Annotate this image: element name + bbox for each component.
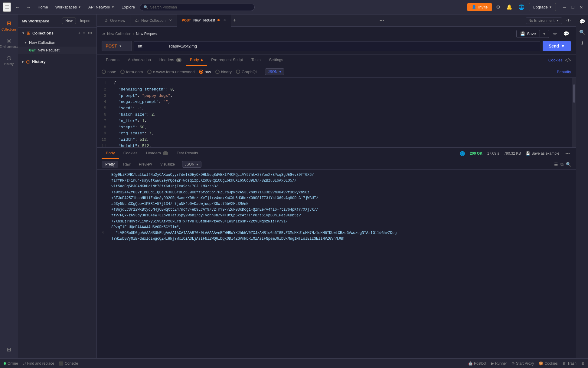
- find-replace-btn[interactable]: ⇄ Find and replace: [23, 361, 54, 366]
- copy-icon-btn[interactable]: ⧉: [560, 162, 564, 167]
- radio-urlencoded[interactable]: x-www-form-urlencoded: [147, 70, 195, 74]
- search-bar[interactable]: 🔍 Search Postman: [140, 4, 255, 11]
- response-status-bar: 🌐 200 OK 17.09 s 790.32 KB 💾 Save as exa…: [460, 151, 571, 156]
- comment-icon-btn[interactable]: 💬: [561, 30, 571, 38]
- explore-link[interactable]: Explore: [119, 4, 137, 11]
- new-btn[interactable]: New: [62, 18, 76, 24]
- invite-btn[interactable]: 👤 Invite: [467, 3, 492, 11]
- req-tab-authorization[interactable]: Authorization: [124, 54, 155, 66]
- response-body[interactable]: BQy9biRDMK/LalkwlfNu2yCAKwuCyyrfdwIBDEyO…: [97, 170, 576, 358]
- scrollbar-track[interactable]: [572, 78, 576, 147]
- home-link[interactable]: Home: [35, 4, 51, 11]
- search-rail-btn[interactable]: 🔍: [577, 28, 587, 36]
- resp-headers-badge: 8: [163, 151, 168, 155]
- radio-graphql-dot: [236, 70, 240, 74]
- collections-more-btn[interactable]: •••: [87, 30, 93, 36]
- radio-form-data[interactable]: form-data: [120, 70, 143, 74]
- collections-section-header[interactable]: ▼ ⊞ Collections + ≡ •••: [18, 28, 96, 38]
- cookies-link[interactable]: Cookies: [548, 55, 563, 65]
- runner-btn[interactable]: ▶ Runner: [491, 361, 507, 366]
- send-btn[interactable]: Send ▼: [543, 41, 571, 51]
- api-network-dropdown[interactable]: API Network ▼: [86, 4, 117, 11]
- collections-add-btn[interactable]: +: [77, 30, 81, 36]
- req-tab-params[interactable]: Params: [102, 54, 124, 66]
- trash-btn[interactable]: 🗑 Trash: [563, 361, 577, 366]
- tab-overview[interactable]: ⊙ Overview: [100, 15, 130, 27]
- eye-btn[interactable]: 👁: [564, 17, 573, 25]
- import-btn[interactable]: Import: [78, 18, 93, 24]
- resp-visualize-tab[interactable]: Visualize: [157, 161, 178, 168]
- left-panel-content: ▼ ⊞ Collections + ≡ ••• ▼ New Collection…: [18, 28, 96, 358]
- history-section-header[interactable]: ▶ ◷ History: [18, 56, 96, 67]
- collection-new-collection[interactable]: ▼ New Collection: [18, 38, 96, 47]
- bell-btn[interactable]: 🔔: [505, 3, 514, 11]
- resp-raw-tab[interactable]: Raw: [119, 161, 134, 168]
- resp-tab-test-results[interactable]: Test Results: [172, 148, 202, 159]
- resp-format-select[interactable]: JSON ▼: [182, 161, 201, 168]
- tab-new-request[interactable]: POST New Request ✕: [177, 15, 231, 27]
- close-request-tab[interactable]: ✕: [223, 18, 226, 22]
- code-content[interactable]: { "denoising_strength": 0, "prompt": "pu…: [110, 78, 572, 147]
- sidebar-bottom: ⊞: [2, 344, 17, 355]
- minimize-btn[interactable]: ─: [561, 4, 568, 11]
- info-rail-btn[interactable]: ℹ: [580, 39, 585, 47]
- format-select[interactable]: JSON ▼: [265, 68, 284, 75]
- add-tab-btn[interactable]: +: [231, 17, 238, 24]
- resp-more-btn[interactable]: •••: [564, 151, 571, 156]
- sidebar-item-more[interactable]: ⊞: [2, 344, 17, 355]
- sidebar-item-collections[interactable]: ⊞ Collections: [2, 18, 17, 34]
- back-btn[interactable]: ←: [13, 3, 22, 11]
- filter-icon-btn[interactable]: ☰: [554, 162, 558, 167]
- close-collection-tab[interactable]: ✕: [169, 18, 172, 22]
- request-item-new-request[interactable]: GET New Request: [18, 47, 96, 54]
- trash-icon: 🗑: [563, 361, 566, 366]
- tab-more-btn[interactable]: •••: [380, 18, 384, 23]
- start-proxy-btn[interactable]: ⟳ Start Proxy: [512, 361, 534, 366]
- resp-tab-headers[interactable]: Headers 8: [142, 148, 172, 159]
- grid-btn[interactable]: ⊞: [581, 361, 584, 366]
- workspaces-dropdown[interactable]: Workspaces ▼: [53, 4, 83, 11]
- resp-preview-tab[interactable]: Preview: [135, 161, 155, 168]
- req-tab-tests[interactable]: Tests: [247, 54, 265, 66]
- headers-badge: 8: [176, 58, 181, 62]
- search-resp-btn[interactable]: 🔍: [566, 162, 571, 167]
- history-section-label: History: [32, 59, 46, 64]
- radio-graphql[interactable]: GraphQL: [236, 70, 258, 74]
- radio-raw[interactable]: raw: [199, 70, 211, 74]
- menu-icon[interactable]: ☰: [3, 2, 11, 12]
- sidebar-item-environments[interactable]: ◎ Environments: [2, 35, 17, 51]
- req-tab-pre-request[interactable]: Pre-request Script: [207, 54, 247, 66]
- req-tab-settings[interactable]: Settings: [265, 54, 287, 66]
- cookies-bottom-btn[interactable]: 🍪 Cookies: [539, 361, 557, 366]
- breadcrumb-collection[interactable]: New Collection: [107, 32, 131, 36]
- save-btn[interactable]: 💾 Save: [516, 30, 540, 38]
- close-btn[interactable]: ✕: [578, 4, 585, 11]
- resp-tab-cookies[interactable]: Cookies: [119, 148, 142, 159]
- comments-rail-btn[interactable]: 💬: [577, 18, 587, 26]
- save-example-btn[interactable]: 💾 Save as example: [526, 151, 559, 156]
- avatar-btn[interactable]: 🌐: [517, 3, 526, 11]
- url-input[interactable]: [134, 41, 540, 51]
- radio-none[interactable]: none: [102, 70, 116, 74]
- edit-icon-btn[interactable]: ✏: [551, 30, 559, 38]
- resp-pretty-tab[interactable]: Pretty: [102, 161, 118, 168]
- console-btn[interactable]: ⬛ Console: [59, 361, 78, 366]
- resp-tab-body[interactable]: Body: [102, 148, 119, 159]
- upgrade-btn[interactable]: Upgrade ▼: [529, 3, 556, 11]
- collections-sort-btn[interactable]: ≡: [82, 30, 86, 36]
- tab-new-collection[interactable]: 🗂 New Collection ✕: [130, 15, 177, 27]
- req-tab-headers[interactable]: Headers 8: [155, 54, 186, 66]
- save-dropdown-btn[interactable]: ▼: [540, 30, 549, 38]
- req-tab-body[interactable]: Body: [186, 54, 207, 66]
- env-select[interactable]: No Environment ▼: [526, 17, 562, 24]
- forward-btn[interactable]: →: [24, 3, 33, 11]
- sidebar-item-history[interactable]: ◷ History: [2, 52, 17, 68]
- maximize-btn[interactable]: □: [569, 4, 577, 11]
- radio-binary[interactable]: binary: [215, 70, 232, 74]
- code-icon[interactable]: </>: [565, 58, 571, 63]
- scrollbar-thumb[interactable]: [573, 84, 575, 103]
- beautify-btn[interactable]: Beautify: [557, 70, 571, 74]
- postbot-btn[interactable]: 🤖 Postbot: [468, 361, 486, 366]
- method-select[interactable]: POST ▼: [102, 41, 132, 51]
- settings-btn[interactable]: ⚙: [494, 3, 502, 11]
